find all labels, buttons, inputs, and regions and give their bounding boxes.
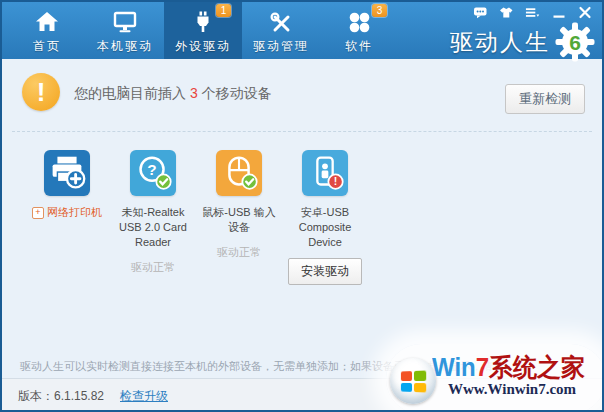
nav-tabs: 首页 本机驱动	[8, 2, 398, 59]
device-name: 安卓-USB Composite Device	[283, 205, 367, 250]
watermark-title: Win7系统之家	[432, 351, 585, 384]
version-label: 版本：6.1.15.82	[18, 388, 104, 405]
warning-icon: !	[22, 73, 60, 111]
device-status: 驱动正常	[131, 260, 175, 275]
tab-software-badge: 3	[372, 4, 387, 17]
alert-prefix: 您的电脑目前插入	[74, 85, 186, 101]
tab-peripheral-drivers-label: 外设驱动	[175, 38, 231, 55]
device-android-composite: ! 安卓-USB Composite Device 安装驱动	[282, 150, 368, 285]
tab-peripheral-badge: 1	[216, 4, 231, 17]
driver-life-window: 首页 本机驱动	[0, 0, 604, 412]
mouse-icon[interactable]	[216, 150, 262, 196]
device-status: 驱动正常	[217, 245, 261, 260]
tab-local-drivers[interactable]: 本机驱动	[86, 2, 164, 59]
monitor-icon	[112, 8, 138, 36]
ok-check-badge	[156, 174, 170, 188]
device-name: 未知-Realtek USB 2.0 Card Reader	[111, 205, 195, 250]
tab-driver-management[interactable]: 驱动管理	[242, 2, 320, 59]
svg-text:!: !	[334, 175, 338, 187]
tools-icon	[268, 8, 294, 36]
windows-flag-icon	[390, 358, 436, 404]
tab-software[interactable]: 3 软件	[320, 2, 398, 59]
alert-suffix: 个移动设备	[202, 85, 272, 101]
feedback-icon[interactable]	[473, 6, 488, 19]
printer-icon[interactable]	[44, 150, 90, 196]
tab-peripheral-drivers[interactable]: 1 外设驱动	[164, 2, 242, 59]
rescan-button[interactable]: 重新检测	[505, 84, 585, 114]
svg-text:?: ?	[147, 161, 156, 178]
logo-version-number: 6	[569, 31, 581, 54]
device-count: 3	[190, 85, 198, 101]
gear-6-logo-icon: 6	[555, 22, 595, 62]
skin-icon[interactable]	[499, 6, 514, 19]
tab-home[interactable]: 首页	[8, 2, 86, 59]
device-name-link[interactable]: +网络打印机	[25, 205, 109, 220]
top-navigation-bar: 首页 本机驱动	[2, 2, 602, 59]
titlebar-icons	[473, 6, 592, 19]
watermark-url: Www.Winwin7.com	[448, 381, 576, 398]
menu-icon[interactable]	[525, 6, 540, 19]
device-card-reader: ? 未知-Realtek USB 2.0 Card Reader 驱动正常	[110, 150, 196, 285]
close-icon[interactable]	[577, 6, 592, 19]
ok-check-badge	[242, 174, 256, 188]
app-logo-text: 驱动人生	[450, 27, 550, 58]
device-name: 鼠标-USB 输入设备	[197, 205, 281, 235]
check-upgrade-link[interactable]: 检查升级	[120, 388, 168, 405]
app-logo: 驱动人生 6	[450, 22, 595, 62]
device-mouse: 鼠标-USB 输入设备 驱动正常	[196, 150, 282, 285]
add-icon: +	[32, 207, 44, 219]
device-list: +网络打印机 ? 未知-Realtek USB 2.0 Card Reader …	[24, 150, 368, 285]
alert-message: 您的电脑目前插入3个移动设备	[74, 85, 272, 103]
device-network-printer: +网络打印机	[24, 150, 110, 285]
android-phone-icon[interactable]: !	[302, 150, 348, 196]
install-driver-button[interactable]: 安装驱动	[288, 258, 362, 285]
tab-home-label: 首页	[33, 38, 61, 55]
minimize-icon[interactable]	[551, 6, 566, 19]
tab-local-drivers-label: 本机驱动	[97, 38, 153, 55]
winwin7-watermark: Win7系统之家 Www.Winwin7.com	[390, 350, 602, 408]
card-reader-icon[interactable]: ?	[130, 150, 176, 196]
home-icon	[34, 8, 60, 36]
tab-driver-management-label: 驱动管理	[253, 38, 309, 55]
apps-icon: 3	[346, 8, 372, 36]
error-exclaim-badge: !	[328, 174, 342, 188]
dashed-divider	[12, 131, 592, 132]
usb-icon: 1	[190, 8, 216, 36]
tab-software-label: 软件	[345, 38, 373, 55]
